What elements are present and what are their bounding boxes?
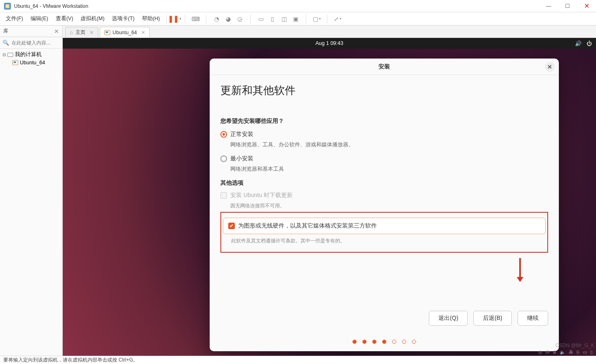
library-sidebar: 库 ✕ 🔍 ▾ ⊟ 我的计算机 Ubuntu_64 <box>0 26 63 356</box>
window-titlebar: Ubuntu_64 - VMware Workstation — ☐ ✕ <box>0 0 596 12</box>
maximize-button[interactable]: ☐ <box>558 0 577 12</box>
menu-edit[interactable]: 编辑(E) <box>27 14 52 24</box>
tab-ubuntu64-close-icon[interactable]: ✕ <box>141 30 145 35</box>
minimize-button[interactable]: — <box>539 0 558 12</box>
installer-title: 安装 <box>378 63 390 70</box>
view-console-button[interactable]: ▯ <box>268 14 277 23</box>
subhead-other-options: 其他选项 <box>220 179 548 187</box>
power-icon[interactable]: ⏻ <box>587 40 592 47</box>
toolbar: ❚❚▾ ⌨ ◔ ◕ ◶ ▭ ▯ ◫ ▣ ▢▾ ⤢▾ <box>170 14 342 23</box>
tree-root-label: 我的计算机 <box>15 51 42 58</box>
snapshot-button[interactable]: ◔ <box>212 14 221 23</box>
window-controls: — ☐ ✕ <box>539 0 596 12</box>
note-thirdparty: 此软件及其文档遵循许可条款。其中一些是专有的。 <box>231 237 547 244</box>
revert-snapshot-button[interactable]: ◕ <box>224 14 233 23</box>
back-button[interactable]: 后退(B) <box>473 311 512 326</box>
close-button[interactable]: ✕ <box>577 0 596 12</box>
checkbox-updates-label: 安装 Ubuntu 时下载更新 <box>230 192 293 199</box>
tab-ubuntu64[interactable]: Ubuntu_64 ✕ <box>100 27 150 38</box>
home-icon: ⌂ <box>70 29 73 35</box>
tree-vm-label: Ubuntu_64 <box>20 60 45 66</box>
tray-usb-icon[interactable]: ⎘ <box>577 350 579 355</box>
tray-cdrom-icon[interactable]: ◎ <box>538 350 542 355</box>
desc-normal: 网络浏览器、工具、办公软件、游戏和媒体播放器。 <box>230 141 548 148</box>
continue-button[interactable]: 继续 <box>518 311 548 326</box>
right-area: ⌂ 主页 ✕ Ubuntu_64 ✕ Aug 1 09:43 🔊 ⏻ <box>63 26 596 356</box>
statusbar-text: 要将输入定向到该虚拟机，请在虚拟机内部单击或按 Ctrl+G。 <box>3 357 138 364</box>
sidebar-header: 库 ✕ <box>0 26 62 37</box>
progress-dots <box>210 340 559 344</box>
tree-vm-ubuntu64[interactable]: Ubuntu_64 <box>1 59 61 66</box>
vm-tree: ⊟ 我的计算机 Ubuntu_64 <box>0 49 62 68</box>
tabstrip: ⌂ 主页 ✕ Ubuntu_64 ✕ <box>63 26 596 38</box>
snapshot-manager-button[interactable]: ◶ <box>235 14 244 23</box>
ubuntu-topbar-right: 🔊 ⏻ <box>575 40 592 47</box>
progress-dot <box>352 340 357 344</box>
annotation-arrow <box>519 258 521 281</box>
tray-printer-icon[interactable]: 🖶 <box>569 350 573 355</box>
vm-icon <box>104 30 110 35</box>
tab-home-label: 主页 <box>76 29 85 36</box>
view-unity-button[interactable]: ◫ <box>279 14 289 23</box>
send-ctrl-alt-del-button[interactable]: ⌨ <box>191 14 200 23</box>
search-icon: 🔍 <box>2 40 9 46</box>
radio-minimal-install[interactable]: 最小安装 <box>220 155 548 162</box>
radio-icon <box>220 131 227 138</box>
tray-message-icon[interactable]: ▯ <box>590 350 593 355</box>
tab-home[interactable]: ⌂ 主页 ✕ <box>65 27 98 38</box>
menu-tabs[interactable]: 选项卡(T) <box>109 14 138 24</box>
checkbox-thirdparty-row[interactable]: ✔ 为图形或无线硬件，以及其它媒体格式安装第三方软件 <box>223 218 546 234</box>
menu-view[interactable]: 查看(V) <box>52 14 77 24</box>
terminal-button[interactable]: ▢▾ <box>312 14 321 23</box>
volume-icon[interactable]: 🔊 <box>575 40 582 47</box>
vm-viewport[interactable]: Aug 1 09:43 🔊 ⏻ 安装 ✕ 更新和其他软件 您希望先安装哪些应用？ <box>63 38 596 356</box>
radio-icon <box>220 155 227 162</box>
progress-dot <box>392 340 396 344</box>
radio-normal-install[interactable]: 正常安装 <box>220 131 548 138</box>
tab-ubuntu64-label: Ubuntu_64 <box>113 30 137 35</box>
quit-button[interactable]: 退出(Q) <box>429 311 468 326</box>
question-apps: 您希望先安装哪些应用？ <box>220 117 548 125</box>
progress-dot <box>402 340 406 344</box>
note-updates-unavailable: 因无网络连接而不可用。 <box>230 202 548 209</box>
vmware-app-icon <box>4 3 11 9</box>
view-single-button[interactable]: ▭ <box>256 14 265 23</box>
tab-home-close-icon[interactable]: ✕ <box>90 30 94 35</box>
radio-normal-label: 正常安装 <box>230 131 253 138</box>
tray-sound-icon[interactable]: 🔈 <box>560 350 565 355</box>
tree-root-my-computer[interactable]: ⊟ 我的计算机 <box>1 50 61 59</box>
menu-vm[interactable]: 虚拟机(M) <box>77 14 108 24</box>
view-multiple-button[interactable]: ▣ <box>291 14 300 23</box>
menu-help[interactable]: 帮助(H) <box>139 14 163 24</box>
tray-network-icon[interactable]: ≣ <box>553 350 556 355</box>
menu-file[interactable]: 文件(F) <box>2 14 26 24</box>
checkbox-icon <box>220 192 227 199</box>
checkbox-download-updates: 安装 Ubuntu 时下载更新 <box>220 192 548 199</box>
fullscreen-button[interactable]: ⤢▾ <box>333 14 342 23</box>
sidebar-close-icon[interactable]: ✕ <box>54 28 59 35</box>
annotation-highlight-box: ✔ 为图形或无线硬件，以及其它媒体格式安装第三方软件 此软件及其文档遵循许可条款… <box>220 212 548 253</box>
computer-icon <box>7 53 13 57</box>
sidebar-title: 库 <box>3 28 8 35</box>
progress-dot <box>412 340 416 344</box>
installer-close-button[interactable]: ✕ <box>545 62 555 72</box>
progress-dot <box>372 340 376 344</box>
main-row: 库 ✕ 🔍 ▾ ⊟ 我的计算机 Ubuntu_64 ⌂ 主页 ✕ <box>0 26 596 356</box>
pause-vm-button[interactable]: ❚❚▾ <box>170 14 179 23</box>
sidebar-search: 🔍 ▾ <box>0 37 62 49</box>
ubuntu-desktop: Aug 1 09:43 🔊 ⏻ 安装 ✕ 更新和其他软件 您希望先安装哪些应用？ <box>63 38 596 356</box>
tree-collapse-icon[interactable]: ⊟ <box>2 52 6 57</box>
window-title: Ubuntu_64 - VMware Workstation <box>14 3 539 9</box>
ubuntu-installer-dialog: 安装 ✕ 更新和其他软件 您希望先安装哪些应用？ 正常安装 网络浏览器、工具、办… <box>210 59 559 351</box>
progress-dot <box>382 340 386 344</box>
tray-harddisk-icon[interactable]: ⛁ <box>546 350 549 355</box>
tray-display-icon[interactable]: ▭ <box>583 350 587 355</box>
ubuntu-clock: Aug 1 09:43 <box>315 40 343 46</box>
radio-minimal-label: 最小安装 <box>230 155 253 162</box>
installer-buttons: 退出(Q) 后退(B) 继续 <box>429 311 548 326</box>
progress-dot <box>362 340 367 344</box>
installer-body: 更新和其他软件 您希望先安装哪些应用？ 正常安装 网络浏览器、工具、办公软件、游… <box>210 75 559 351</box>
menu-list: 文件(F) 编辑(E) 查看(V) 虚拟机(M) 选项卡(T) 帮助(H) <box>2 14 163 24</box>
desc-minimal: 网络浏览器和基本工具 <box>230 166 548 173</box>
installer-titlebar: 安装 ✕ <box>210 59 559 75</box>
